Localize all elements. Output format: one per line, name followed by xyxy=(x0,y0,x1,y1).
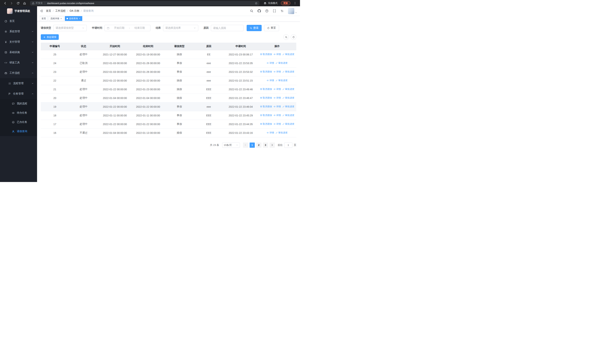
header-status: 状态 xyxy=(69,43,98,50)
detail-link[interactable]: 详情 xyxy=(273,96,281,100)
caret-down-icon xyxy=(295,12,297,14)
cancel-leave-link[interactable]: 取消请假 xyxy=(260,122,272,126)
detail-link[interactable]: 详情 xyxy=(267,62,274,65)
cell-status: 处理中 xyxy=(69,120,98,129)
security-warning-chip[interactable]: 不安全 xyxy=(32,1,43,5)
trash-icon xyxy=(260,53,262,56)
approval-progress-link[interactable]: 审批进度 xyxy=(282,105,294,108)
edit-icon xyxy=(282,71,285,73)
sidebar-item-leave-query[interactable]: 请假查询 xyxy=(0,127,37,136)
browser-reload-icon[interactable] xyxy=(17,2,20,5)
approval-progress-link[interactable]: 审批进度 xyxy=(282,70,294,73)
tab-process-detail[interactable]: 流程详情 xyxy=(49,16,64,21)
chevron-down-icon xyxy=(193,27,196,29)
breadcrumb-oa-example[interactable]: OA 示例 xyxy=(70,9,79,13)
browser-menu-icon[interactable] xyxy=(293,2,297,5)
reset-button[interactable]: 重置 xyxy=(264,25,279,31)
cell-apply-time: 2022-01-22 23:44:35 xyxy=(224,120,258,129)
detail-link[interactable]: 详情 xyxy=(273,114,281,117)
breadcrumb-leave-query: 请假查询 xyxy=(83,9,94,13)
sidebar-item-my-processes[interactable]: 我的流程 xyxy=(0,99,37,108)
sidebar-item-payment-management[interactable]: 支付管理 xyxy=(0,37,37,47)
result-select[interactable]: 请选择流结果 xyxy=(163,25,198,31)
avatar[interactable] xyxy=(288,8,294,14)
sidebar-item-infrastructure[interactable]: 基础设施 xyxy=(0,47,37,57)
approval-progress-link[interactable]: 审批进度 xyxy=(276,79,288,82)
github-icon[interactable] xyxy=(258,9,261,13)
sidebar-item-process-management[interactable]: 流程管理 xyxy=(0,78,37,89)
approval-progress-link[interactable]: 审批进度 xyxy=(276,62,288,65)
toggle-search-button[interactable] xyxy=(283,34,289,40)
page-button-2[interactable]: 2 xyxy=(256,142,262,148)
cell-actions: 详情审批进度 xyxy=(258,76,296,85)
font-size-icon[interactable] xyxy=(280,9,284,13)
refresh-table-button[interactable] xyxy=(291,34,296,40)
tags-view: 首页 流程详情 请假查询 xyxy=(37,16,300,22)
tab-leave-query[interactable]: 请假查询 xyxy=(65,16,82,21)
detail-link[interactable]: 详情 xyxy=(273,53,281,56)
cell-actions: 取消请假详情审批进度 xyxy=(258,85,296,93)
approval-progress-link[interactable]: 审批进度 xyxy=(282,53,294,56)
sidebar-item-workflow[interactable]: 工作流程 xyxy=(0,68,37,78)
app-logo[interactable]: 芋道管理系统 xyxy=(0,6,37,16)
create-leave-button[interactable]: 发起请假 xyxy=(41,34,59,40)
reason-input[interactable] xyxy=(213,27,241,29)
approval-progress-link[interactable]: 审批进度 xyxy=(282,88,294,91)
cancel-leave-link[interactable]: 取消请假 xyxy=(260,53,272,56)
detail-link[interactable]: 详情 xyxy=(273,105,281,108)
close-icon[interactable] xyxy=(60,18,62,19)
goto-page-input[interactable] xyxy=(284,142,292,148)
leave-type-select[interactable]: 请选择请假类型 xyxy=(53,25,87,31)
edit-icon xyxy=(282,123,285,125)
approval-progress-link[interactable]: 审批进度 xyxy=(282,96,294,100)
cell-actions: 取消请假详情审批进度 xyxy=(258,93,296,102)
browser-update-button[interactable]: 更新 xyxy=(281,1,290,5)
page-size-select[interactable]: 10条/页 xyxy=(222,142,240,148)
sidebar-item-todo-tasks[interactable]: 待办任务 xyxy=(0,108,37,118)
result-label: 结果 xyxy=(156,26,161,30)
cell-end-time: 2022-01-22 00:00:00 xyxy=(131,102,165,111)
approval-progress-link[interactable]: 审批进度 xyxy=(282,122,294,126)
browser-back-icon[interactable] xyxy=(3,2,7,5)
detail-link[interactable]: 详情 xyxy=(273,88,281,91)
cell-status: 不通过 xyxy=(69,129,98,137)
approval-progress-link[interactable]: 审批进度 xyxy=(282,114,294,117)
apply-time-range-picker[interactable]: 开始日期 - 结束日期 xyxy=(104,25,150,31)
chat-icon xyxy=(12,102,15,105)
cancel-leave-link[interactable]: 取消请假 xyxy=(260,105,272,108)
fullscreen-icon[interactable] xyxy=(273,9,276,13)
url-bar[interactable]: 不安全 dashboard.yudao.iocoder.cn/bpm/oa/le… xyxy=(30,1,259,6)
close-icon[interactable] xyxy=(79,18,81,19)
eye-icon xyxy=(12,112,15,114)
bookmark-star-icon[interactable] xyxy=(255,2,258,5)
sidebar-toggle-icon[interactable] xyxy=(40,9,43,13)
detail-link[interactable]: 详情 xyxy=(267,79,274,82)
cancel-leave-link[interactable]: 取消请假 xyxy=(260,114,272,117)
cancel-leave-link[interactable]: 取消请假 xyxy=(260,70,272,73)
help-icon[interactable] xyxy=(265,9,269,13)
cell-start-time: 2022-01-03 00:00:00 xyxy=(98,67,131,76)
search-button[interactable]: 搜索 xyxy=(247,25,262,31)
sidebar-item-system-management[interactable]: 系统管理 xyxy=(0,26,37,37)
sidebar-item-dev-tools[interactable]: 研发工具 xyxy=(0,57,37,68)
approval-progress-link[interactable]: 审批进度 xyxy=(276,131,288,134)
page-button-1[interactable]: 1 xyxy=(250,142,255,148)
breadcrumb-home[interactable]: 首页 xyxy=(46,9,51,13)
sidebar-item-home[interactable]: 首页 xyxy=(0,16,37,26)
search-icon[interactable] xyxy=(250,9,253,13)
breadcrumb-workflow[interactable]: 工作流程 xyxy=(55,9,66,13)
user-menu[interactable] xyxy=(288,8,297,14)
browser-forward-icon[interactable] xyxy=(10,2,13,5)
sidebar-item-task-management[interactable]: 任务管理 xyxy=(0,89,37,99)
cancel-leave-link[interactable]: 取消请假 xyxy=(260,88,272,91)
cancel-leave-link[interactable]: 取消请假 xyxy=(260,96,272,100)
detail-link[interactable]: 详情 xyxy=(273,122,281,126)
browser-home-icon[interactable] xyxy=(23,2,26,5)
detail-link[interactable]: 详情 xyxy=(267,131,274,134)
page-button-3[interactable]: 3 xyxy=(263,142,268,148)
next-page-button[interactable] xyxy=(270,142,275,148)
detail-link[interactable]: 详情 xyxy=(273,70,281,73)
tab-home[interactable]: 首页 xyxy=(40,16,48,21)
prev-page-button[interactable] xyxy=(243,142,248,148)
sidebar-item-done-tasks[interactable]: 已办任务 xyxy=(0,118,37,127)
